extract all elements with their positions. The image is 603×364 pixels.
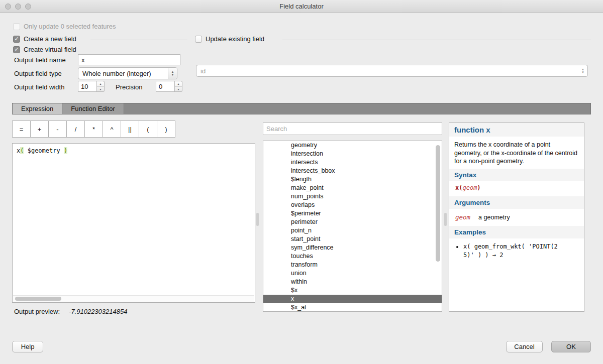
- expression-token-paren: ): [64, 147, 67, 154]
- function-item[interactable]: $x: [263, 286, 442, 295]
- only-update-checkbox[interactable]: [13, 23, 20, 30]
- operator-open-paren-button[interactable]: (: [139, 120, 157, 138]
- tab-function-editor[interactable]: Function Editor: [62, 103, 124, 114]
- function-item[interactable]: point_n: [263, 226, 442, 235]
- spin-stepper[interactable]: ▴ ▾: [175, 81, 182, 92]
- horizontal-scrollbar: [13, 295, 254, 302]
- function-item[interactable]: union: [263, 269, 442, 278]
- output-field-width-spinbox: ▴ ▾: [78, 81, 105, 92]
- help-argument-row: geom a geometry: [449, 209, 584, 226]
- syntax-function-name: x(: [455, 184, 462, 191]
- only-update-label: Only update 0 selected features: [24, 23, 116, 30]
- function-item[interactable]: transform: [263, 261, 442, 269]
- create-new-field-label: Create a new field: [24, 35, 76, 43]
- operator-minus-button[interactable]: -: [48, 120, 67, 138]
- operator-plus-button[interactable]: +: [30, 120, 49, 138]
- function-item[interactable]: intersects_bbox: [263, 167, 442, 175]
- group-divider: [282, 40, 591, 40]
- function-item[interactable]: num_points: [263, 192, 442, 201]
- spin-stepper[interactable]: ▴ ▾: [97, 81, 105, 92]
- tab-expression[interactable]: Expression: [13, 103, 62, 114]
- create-new-field-checkbox[interactable]: ✓: [13, 36, 20, 43]
- precision-label: Precision: [116, 83, 142, 91]
- function-item[interactable]: start_point: [263, 235, 442, 244]
- create-new-field-row: ✓ Create a new field: [13, 35, 76, 43]
- function-item[interactable]: intersects: [263, 158, 442, 167]
- update-existing-checkbox[interactable]: [195, 36, 202, 43]
- create-virtual-field-checkbox[interactable]: ✓: [13, 46, 20, 53]
- argument-name: geom: [455, 213, 470, 221]
- operator-equals-button[interactable]: =: [12, 120, 31, 138]
- output-field-name-label: Output field name: [14, 56, 66, 64]
- output-field-name-input[interactable]: [78, 54, 180, 65]
- function-item[interactable]: intersection: [263, 150, 442, 158]
- function-item-selected[interactable]: x: [263, 295, 442, 303]
- zoom-button[interactable]: [25, 4, 31, 10]
- syntax-close: ): [477, 184, 480, 191]
- arrow-down-icon: ▾: [97, 87, 104, 92]
- operator-close-paren-button[interactable]: ): [157, 120, 175, 138]
- create-virtual-field-row: ✓ Create virtual field: [13, 46, 76, 53]
- splitter-handle-right[interactable]: [444, 213, 447, 226]
- function-list: geometry intersection intersects interse…: [263, 141, 442, 312]
- syntax-argument: geom: [462, 184, 477, 191]
- output-field-width-input[interactable]: [78, 81, 97, 92]
- argument-description: a geometry: [478, 214, 510, 221]
- check-icon: ✓: [14, 46, 19, 53]
- cancel-button[interactable]: Cancel: [506, 341, 543, 352]
- output-preview-row: Output preview: -7.91022303214854: [14, 308, 127, 315]
- function-item[interactable]: geometry: [263, 141, 442, 150]
- operator-concat-button[interactable]: ||: [121, 120, 139, 138]
- arrow-down-icon: ▾: [172, 73, 174, 76]
- help-syntax-code: x(geom): [449, 181, 584, 196]
- minimize-button[interactable]: [15, 4, 21, 10]
- function-item[interactable]: within: [263, 278, 442, 286]
- function-item[interactable]: $x_at: [263, 303, 442, 312]
- expression-text: x( $geometry ): [13, 144, 255, 158]
- function-search-input[interactable]: [263, 123, 442, 135]
- operator-power-button[interactable]: ^: [103, 120, 121, 138]
- existing-field-select[interactable]: id ▴ ▾: [196, 65, 588, 77]
- function-item[interactable]: perimeter: [263, 218, 442, 226]
- precision-spinbox: ▴ ▾: [156, 81, 182, 92]
- function-item[interactable]: touches: [263, 252, 442, 261]
- operator-divide-button[interactable]: /: [66, 120, 85, 138]
- output-preview-value: -7.91022303214854: [69, 308, 127, 315]
- window-controls: [5, 4, 31, 10]
- output-field-type-select[interactable]: Whole number (integer) ▴ ▾: [78, 67, 177, 79]
- arrow-down-icon: ▾: [582, 71, 584, 74]
- output-field-type-label: Output field type: [14, 70, 62, 77]
- help-examples-heading: Examples: [449, 226, 584, 238]
- help-title: function x: [449, 123, 584, 137]
- function-item[interactable]: sym_difference: [263, 244, 442, 252]
- splitter-handle-left[interactable]: [256, 213, 259, 226]
- expression-editor[interactable]: x( $geometry ): [12, 143, 255, 303]
- horizontal-scrollbar-thumb[interactable]: [15, 297, 61, 301]
- operator-toolbar: = + - / * ^ || ( ): [12, 120, 175, 138]
- arrow-up-icon: ▴: [175, 81, 182, 87]
- example-result: → 2: [492, 252, 504, 259]
- help-button[interactable]: Help: [12, 341, 43, 352]
- help-description: Returns the x coordinate of a point geom…: [449, 137, 584, 169]
- function-item[interactable]: make_point: [263, 184, 442, 192]
- combo-stepper-icon: ▴ ▾: [578, 65, 587, 76]
- tab-bar: Expression Function Editor: [12, 103, 591, 114]
- ok-button[interactable]: OK: [551, 341, 591, 352]
- function-item[interactable]: $perimeter: [263, 209, 442, 218]
- function-item[interactable]: overlaps: [263, 201, 442, 209]
- help-arguments-heading: Arguments: [449, 196, 584, 209]
- example-code: x( geom_from_wkt( 'POINT(2 5)' ) ): [463, 243, 558, 259]
- function-item[interactable]: $length: [263, 175, 442, 184]
- help-syntax-heading: Syntax: [449, 169, 584, 181]
- close-button[interactable]: [5, 4, 11, 10]
- vertical-scrollbar-thumb[interactable]: [436, 145, 440, 262]
- check-icon: ✓: [14, 36, 19, 42]
- field-calculator-dialog: Field calculator Only update 0 selected …: [0, 0, 603, 364]
- output-field-width-label: Output field width: [14, 83, 64, 91]
- example-item: x( geom_from_wkt( 'POINT(2 5)' ) ) → 2: [463, 242, 569, 260]
- operator-multiply-button[interactable]: *: [84, 120, 103, 138]
- precision-input[interactable]: [156, 81, 175, 92]
- help-examples-list: x( geom_from_wkt( 'POINT(2 5)' ) ) → 2: [463, 242, 584, 264]
- expression-token: $geometry: [24, 147, 63, 154]
- function-help-panel: function x Returns the x coordinate of a…: [449, 123, 584, 312]
